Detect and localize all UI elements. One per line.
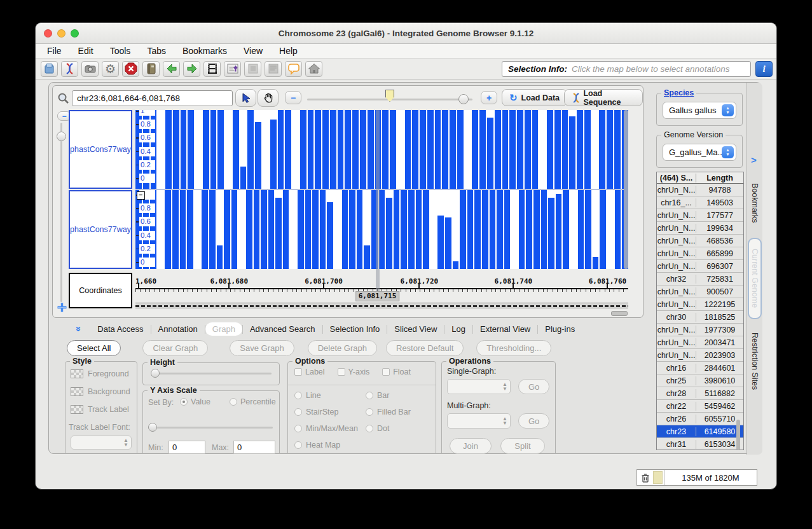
- delete-graph-button[interactable]: Delete Graph: [308, 340, 377, 356]
- graph-track-2[interactable]: 10.80.60.40.20 −: [135, 190, 628, 269]
- pan-tool-button[interactable]: [258, 89, 279, 107]
- menu-edit[interactable]: Edit: [78, 46, 93, 56]
- table-row-chr25[interactable]: chr253980610: [657, 374, 743, 387]
- graph-style-radio-stairstep[interactable]: StairStep: [294, 408, 338, 416]
- single-graph-go-button[interactable]: Go: [518, 379, 549, 394]
- option-checkbox-float[interactable]: Float: [382, 368, 411, 376]
- tab-data-access[interactable]: Data Access: [90, 322, 150, 336]
- single-graph-combo[interactable]: ▲▼: [447, 379, 511, 394]
- disabled-tool-button-2[interactable]: [265, 61, 282, 77]
- zoom-slider[interactable]: [307, 99, 472, 100]
- graph-style-radio-line[interactable]: Line: [294, 391, 321, 400]
- species-combo[interactable]: Gallus gallus ▲▼: [663, 102, 736, 119]
- range-input[interactable]: [72, 90, 233, 106]
- menu-help[interactable]: Help: [279, 46, 298, 56]
- menu-tools[interactable]: Tools: [110, 46, 131, 56]
- feedback-bubble-button[interactable]: [285, 61, 302, 77]
- vertical-zoom-in-button[interactable]: [57, 302, 67, 315]
- book-button[interactable]: [142, 61, 160, 77]
- menu-file[interactable]: File: [47, 46, 62, 56]
- split-button[interactable]: Split: [500, 438, 545, 454]
- save-graph-button[interactable]: Save Graph: [230, 340, 294, 356]
- multi-graph-combo[interactable]: ▲▼: [447, 413, 511, 429]
- graph-style-radio-dot[interactable]: Dot: [366, 424, 389, 433]
- chromosome-table-header[interactable]: (464) S... Length: [657, 172, 743, 184]
- track-label-phastcons-1[interactable]: phastCons77way: [69, 110, 132, 189]
- table-row-chrUn_N...[interactable]: chrUn_N...468536: [657, 235, 743, 247]
- table-row-chrUn_N...[interactable]: chrUn_N...94788: [657, 184, 743, 196]
- height-slider[interactable]: [151, 373, 272, 374]
- tab-sliced-view[interactable]: Sliced View: [387, 322, 444, 336]
- settings-gear-button[interactable]: ⚙: [102, 61, 119, 77]
- tab-graph[interactable]: Graph: [205, 322, 242, 336]
- graph-track-1[interactable]: 10.80.60.40.20: [135, 110, 628, 189]
- home-button[interactable]: [305, 61, 322, 77]
- garbage-collect-button[interactable]: [637, 470, 653, 485]
- table-row-chrUn_N...[interactable]: chrUn_N...696307: [657, 260, 743, 273]
- table-row-chr26[interactable]: chr266055710: [657, 413, 743, 425]
- track-label-font-combo[interactable]: ▲▼: [71, 436, 132, 450]
- join-button[interactable]: Join: [450, 438, 492, 454]
- table-row-chrUn_N...[interactable]: chrUn_N...1977309: [657, 324, 743, 336]
- track-label-color-button[interactable]: [71, 405, 83, 414]
- table-scrollbar[interactable]: [736, 420, 740, 450]
- info-button[interactable]: i: [755, 61, 773, 77]
- minimize-window-button[interactable]: [57, 29, 65, 38]
- table-row-chr28[interactable]: chr285116882: [657, 387, 743, 400]
- table-row-chrUn_N...[interactable]: chrUn_N...2023903: [657, 349, 743, 362]
- side-tab-current-genome[interactable]: Current Genome: [748, 238, 762, 319]
- film-strip-button[interactable]: [203, 61, 221, 77]
- yaxis-slider-thumb[interactable]: [148, 423, 157, 432]
- disabled-tool-button-1[interactable]: [244, 61, 261, 77]
- background-color-button[interactable]: [71, 387, 83, 396]
- camera-button[interactable]: [81, 61, 99, 77]
- table-row-chr16[interactable]: chr162844601: [657, 362, 743, 374]
- tab-plug-ins[interactable]: Plug-ins: [538, 322, 582, 336]
- option-checkbox-yaxis[interactable]: Y-axis: [338, 368, 370, 376]
- coordinates-track-label[interactable]: Coordinates: [69, 273, 132, 308]
- table-row-chrUn_N...[interactable]: chrUn_N...1222195: [657, 298, 743, 311]
- genome-version-combo[interactable]: G_gallus_Ma... ▲▼: [663, 144, 736, 161]
- max-input[interactable]: [233, 441, 275, 454]
- forward-arrow-button[interactable]: [183, 61, 200, 77]
- graph-style-radio-min-max-mean[interactable]: Min/Max/Mean: [294, 424, 358, 433]
- collapse-track-button[interactable]: −: [137, 191, 145, 200]
- export-image-button[interactable]: [224, 61, 241, 77]
- back-arrow-button[interactable]: [163, 61, 180, 77]
- sequence-track[interactable]: [135, 303, 628, 308]
- zoom-out-button[interactable]: −: [285, 91, 301, 104]
- load-sequence-button[interactable]: Load Sequence: [564, 89, 643, 106]
- graph-vertical-scrollbar[interactable]: [624, 110, 628, 269]
- table-row-chr32[interactable]: chr32725831: [657, 273, 743, 285]
- table-row-chrUn_N...[interactable]: chrUn_N...665899: [657, 247, 743, 260]
- tab-advanced-search[interactable]: Advanced Search: [243, 322, 322, 336]
- side-tab-restriction-sites[interactable]: Restriction Sites: [748, 323, 762, 399]
- menu-view[interactable]: View: [244, 46, 263, 56]
- table-row-chr30[interactable]: chr301818525: [657, 311, 743, 324]
- collapse-panel-icon[interactable]: »: [74, 326, 85, 331]
- clear-graph-button[interactable]: Clear Graph: [142, 340, 208, 356]
- tab-selection-info[interactable]: Selection Info: [323, 322, 387, 336]
- menu-bookmarks[interactable]: Bookmarks: [182, 46, 227, 56]
- close-window-button[interactable]: [44, 29, 52, 38]
- foreground-color-button[interactable]: [71, 369, 83, 378]
- graph-style-radio-heat-map[interactable]: Heat Map: [294, 441, 340, 450]
- set-by-radio-value[interactable]: Value: [180, 397, 210, 406]
- table-row-chrUn_N...[interactable]: chrUn_N...900507: [657, 285, 743, 298]
- table-row-chr31[interactable]: chr316153034: [657, 438, 743, 450]
- table-row-chr16_...[interactable]: chr16_...149503: [657, 196, 743, 209]
- select-all-button[interactable]: Select All: [67, 340, 121, 356]
- track-label-phastcons-2[interactable]: phastCons77way: [69, 190, 132, 269]
- min-input[interactable]: [169, 441, 205, 454]
- option-checkbox-label[interactable]: Label: [294, 368, 325, 376]
- load-data-button[interactable]: ↻ Load Data: [502, 89, 567, 106]
- select-tool-button[interactable]: [235, 89, 256, 107]
- species-link[interactable]: Species: [661, 88, 696, 97]
- open-file-button[interactable]: [41, 61, 58, 77]
- thresholding-button[interactable]: Thresholding...: [476, 340, 551, 356]
- tab-log[interactable]: Log: [444, 322, 472, 336]
- side-tab-bookmarks[interactable]: Bookmarks: [748, 173, 762, 233]
- table-row-chr22[interactable]: chr225459462: [657, 400, 743, 413]
- selection-info-field[interactable]: Selection Info: Click the map below to s…: [502, 61, 751, 77]
- height-slider-thumb[interactable]: [151, 369, 160, 378]
